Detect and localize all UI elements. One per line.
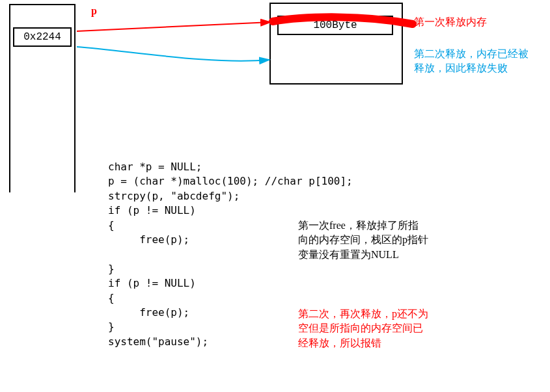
first-free-text: 第一次释放内存 (414, 16, 487, 27)
note-first-text: 第一次free，释放掉了所指向的内存空间，栈区的p指针变量没有重置为NULL (298, 220, 428, 260)
stack-address: 0x2244 (23, 31, 61, 43)
pointer-p: p (91, 5, 97, 16)
heap-block (269, 3, 403, 85)
svg-line-0 (77, 22, 271, 31)
pointer-label: p (91, 5, 97, 17)
annotation-first-free: 第一次释放内存 (414, 16, 544, 29)
heap-size-box: 100Byte (277, 16, 393, 35)
stack-address-box: 0x2244 (13, 27, 72, 47)
annotation-second-free: 第二次释放，内存已经被释放，因此释放失败 (414, 47, 538, 76)
note-second-text: 第二次，再次释放，p还不为空但是所指向的内存空间已经释放，所以报错 (298, 308, 428, 348)
note-first-free: 第一次free，释放掉了所指向的内存空间，栈区的p指针变量没有重置为NULL (298, 218, 428, 262)
heap-size-label: 100Byte (313, 20, 357, 31)
note-second-free: 第二次，再次释放，p还不为空但是所指向的内存空间已经释放，所以报错 (298, 307, 428, 350)
second-free-text: 第二次释放，内存已经被释放，因此释放失败 (414, 48, 529, 73)
